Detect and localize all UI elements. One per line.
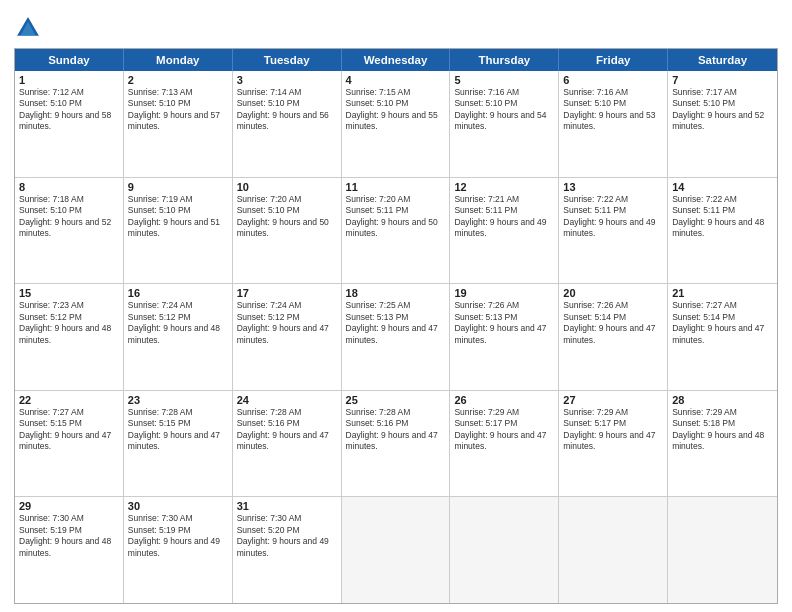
cal-cell: 26Sunrise: 7:29 AM Sunset: 5:17 PM Dayli…: [450, 391, 559, 497]
cell-info: Sunrise: 7:27 AM Sunset: 5:14 PM Dayligh…: [672, 300, 773, 346]
cal-cell: 9Sunrise: 7:19 AM Sunset: 5:10 PM Daylig…: [124, 178, 233, 284]
day-number: 21: [672, 287, 773, 299]
cal-cell: 27Sunrise: 7:29 AM Sunset: 5:17 PM Dayli…: [559, 391, 668, 497]
day-number: 30: [128, 500, 228, 512]
cell-info: Sunrise: 7:12 AM Sunset: 5:10 PM Dayligh…: [19, 87, 119, 133]
day-number: 31: [237, 500, 337, 512]
cell-info: Sunrise: 7:13 AM Sunset: 5:10 PM Dayligh…: [128, 87, 228, 133]
day-number: 2: [128, 74, 228, 86]
cell-info: Sunrise: 7:24 AM Sunset: 5:12 PM Dayligh…: [128, 300, 228, 346]
cal-row-2: 15Sunrise: 7:23 AM Sunset: 5:12 PM Dayli…: [15, 284, 777, 391]
cal-cell: [559, 497, 668, 603]
cell-info: Sunrise: 7:27 AM Sunset: 5:15 PM Dayligh…: [19, 407, 119, 453]
header-day-wednesday: Wednesday: [342, 49, 451, 71]
cal-cell: 5Sunrise: 7:16 AM Sunset: 5:10 PM Daylig…: [450, 71, 559, 177]
cell-info: Sunrise: 7:20 AM Sunset: 5:11 PM Dayligh…: [346, 194, 446, 240]
calendar: SundayMondayTuesdayWednesdayThursdayFrid…: [14, 48, 778, 604]
header-day-monday: Monday: [124, 49, 233, 71]
day-number: 20: [563, 287, 663, 299]
cal-cell: 6Sunrise: 7:16 AM Sunset: 5:10 PM Daylig…: [559, 71, 668, 177]
cell-info: Sunrise: 7:25 AM Sunset: 5:13 PM Dayligh…: [346, 300, 446, 346]
day-number: 9: [128, 181, 228, 193]
day-number: 7: [672, 74, 773, 86]
cell-info: Sunrise: 7:30 AM Sunset: 5:20 PM Dayligh…: [237, 513, 337, 559]
day-number: 13: [563, 181, 663, 193]
cell-info: Sunrise: 7:14 AM Sunset: 5:10 PM Dayligh…: [237, 87, 337, 133]
calendar-header: SundayMondayTuesdayWednesdayThursdayFrid…: [15, 49, 777, 71]
page: SundayMondayTuesdayWednesdayThursdayFrid…: [0, 0, 792, 612]
cell-info: Sunrise: 7:26 AM Sunset: 5:14 PM Dayligh…: [563, 300, 663, 346]
cell-info: Sunrise: 7:29 AM Sunset: 5:18 PM Dayligh…: [672, 407, 773, 453]
cal-cell: 28Sunrise: 7:29 AM Sunset: 5:18 PM Dayli…: [668, 391, 777, 497]
cell-info: Sunrise: 7:29 AM Sunset: 5:17 PM Dayligh…: [563, 407, 663, 453]
day-number: 14: [672, 181, 773, 193]
cell-info: Sunrise: 7:28 AM Sunset: 5:16 PM Dayligh…: [346, 407, 446, 453]
cal-cell: 14Sunrise: 7:22 AM Sunset: 5:11 PM Dayli…: [668, 178, 777, 284]
cell-info: Sunrise: 7:30 AM Sunset: 5:19 PM Dayligh…: [128, 513, 228, 559]
cal-cell: [668, 497, 777, 603]
cell-info: Sunrise: 7:29 AM Sunset: 5:17 PM Dayligh…: [454, 407, 554, 453]
cal-cell: 22Sunrise: 7:27 AM Sunset: 5:15 PM Dayli…: [15, 391, 124, 497]
cell-info: Sunrise: 7:19 AM Sunset: 5:10 PM Dayligh…: [128, 194, 228, 240]
day-number: 29: [19, 500, 119, 512]
day-number: 23: [128, 394, 228, 406]
cal-cell: 23Sunrise: 7:28 AM Sunset: 5:15 PM Dayli…: [124, 391, 233, 497]
cal-cell: 16Sunrise: 7:24 AM Sunset: 5:12 PM Dayli…: [124, 284, 233, 390]
day-number: 1: [19, 74, 119, 86]
day-number: 5: [454, 74, 554, 86]
cal-cell: 3Sunrise: 7:14 AM Sunset: 5:10 PM Daylig…: [233, 71, 342, 177]
cal-cell: 11Sunrise: 7:20 AM Sunset: 5:11 PM Dayli…: [342, 178, 451, 284]
cal-row-3: 22Sunrise: 7:27 AM Sunset: 5:15 PM Dayli…: [15, 391, 777, 498]
cell-info: Sunrise: 7:24 AM Sunset: 5:12 PM Dayligh…: [237, 300, 337, 346]
day-number: 28: [672, 394, 773, 406]
cell-info: Sunrise: 7:16 AM Sunset: 5:10 PM Dayligh…: [563, 87, 663, 133]
cal-cell: 18Sunrise: 7:25 AM Sunset: 5:13 PM Dayli…: [342, 284, 451, 390]
header: [14, 10, 778, 42]
day-number: 24: [237, 394, 337, 406]
cal-cell: 8Sunrise: 7:18 AM Sunset: 5:10 PM Daylig…: [15, 178, 124, 284]
calendar-body: 1Sunrise: 7:12 AM Sunset: 5:10 PM Daylig…: [15, 71, 777, 603]
cal-cell: 2Sunrise: 7:13 AM Sunset: 5:10 PM Daylig…: [124, 71, 233, 177]
cal-cell: 31Sunrise: 7:30 AM Sunset: 5:20 PM Dayli…: [233, 497, 342, 603]
day-number: 12: [454, 181, 554, 193]
cell-info: Sunrise: 7:26 AM Sunset: 5:13 PM Dayligh…: [454, 300, 554, 346]
cal-cell: 7Sunrise: 7:17 AM Sunset: 5:10 PM Daylig…: [668, 71, 777, 177]
header-day-tuesday: Tuesday: [233, 49, 342, 71]
cal-cell: 21Sunrise: 7:27 AM Sunset: 5:14 PM Dayli…: [668, 284, 777, 390]
day-number: 22: [19, 394, 119, 406]
day-number: 16: [128, 287, 228, 299]
day-number: 8: [19, 181, 119, 193]
cell-info: Sunrise: 7:16 AM Sunset: 5:10 PM Dayligh…: [454, 87, 554, 133]
cal-cell: 24Sunrise: 7:28 AM Sunset: 5:16 PM Dayli…: [233, 391, 342, 497]
header-day-thursday: Thursday: [450, 49, 559, 71]
cal-cell: 12Sunrise: 7:21 AM Sunset: 5:11 PM Dayli…: [450, 178, 559, 284]
cal-cell: 10Sunrise: 7:20 AM Sunset: 5:10 PM Dayli…: [233, 178, 342, 284]
cal-cell: 29Sunrise: 7:30 AM Sunset: 5:19 PM Dayli…: [15, 497, 124, 603]
cal-cell: 19Sunrise: 7:26 AM Sunset: 5:13 PM Dayli…: [450, 284, 559, 390]
cal-cell: [342, 497, 451, 603]
header-day-friday: Friday: [559, 49, 668, 71]
cal-row-1: 8Sunrise: 7:18 AM Sunset: 5:10 PM Daylig…: [15, 178, 777, 285]
header-day-sunday: Sunday: [15, 49, 124, 71]
day-number: 10: [237, 181, 337, 193]
day-number: 15: [19, 287, 119, 299]
day-number: 18: [346, 287, 446, 299]
cell-info: Sunrise: 7:28 AM Sunset: 5:16 PM Dayligh…: [237, 407, 337, 453]
day-number: 26: [454, 394, 554, 406]
cal-cell: 17Sunrise: 7:24 AM Sunset: 5:12 PM Dayli…: [233, 284, 342, 390]
cal-cell: 4Sunrise: 7:15 AM Sunset: 5:10 PM Daylig…: [342, 71, 451, 177]
header-day-saturday: Saturday: [668, 49, 777, 71]
day-number: 4: [346, 74, 446, 86]
cal-cell: 25Sunrise: 7:28 AM Sunset: 5:16 PM Dayli…: [342, 391, 451, 497]
cell-info: Sunrise: 7:15 AM Sunset: 5:10 PM Dayligh…: [346, 87, 446, 133]
cal-cell: 1Sunrise: 7:12 AM Sunset: 5:10 PM Daylig…: [15, 71, 124, 177]
logo: [14, 14, 46, 42]
cal-cell: 20Sunrise: 7:26 AM Sunset: 5:14 PM Dayli…: [559, 284, 668, 390]
cell-info: Sunrise: 7:28 AM Sunset: 5:15 PM Dayligh…: [128, 407, 228, 453]
cell-info: Sunrise: 7:22 AM Sunset: 5:11 PM Dayligh…: [672, 194, 773, 240]
cal-cell: 13Sunrise: 7:22 AM Sunset: 5:11 PM Dayli…: [559, 178, 668, 284]
day-number: 6: [563, 74, 663, 86]
day-number: 25: [346, 394, 446, 406]
cell-info: Sunrise: 7:30 AM Sunset: 5:19 PM Dayligh…: [19, 513, 119, 559]
day-number: 17: [237, 287, 337, 299]
